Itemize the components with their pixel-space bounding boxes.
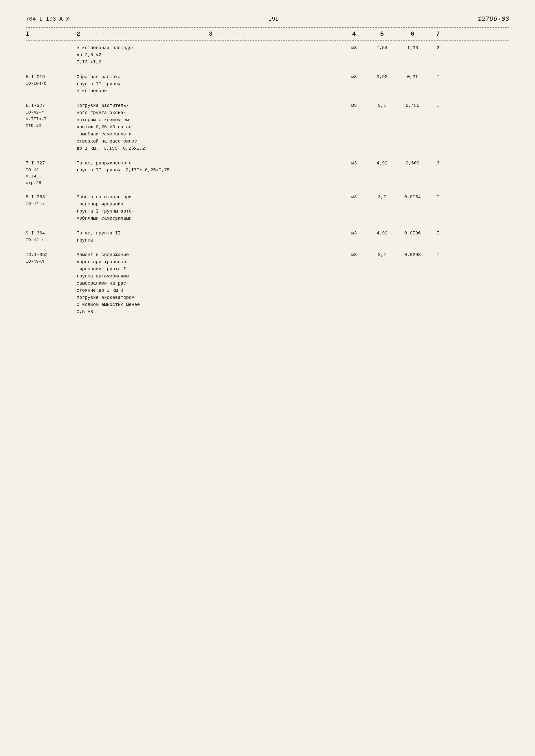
table-row: 6.I-327 IO-42-г ц.IIIч.I стр.28 Погрузка… — [26, 102, 509, 152]
row-val1: 0,92 — [367, 73, 397, 80]
row-num-sub2: ц.IIIч.I — [26, 116, 77, 123]
row-num-main: 8.I-363 — [26, 194, 77, 201]
row-num: 8.I-363 IO-44-в — [26, 194, 77, 207]
row-unit: м3 — [341, 44, 367, 51]
row-desc-2: транспортировании — [77, 201, 341, 208]
row-val2: I,36 — [397, 44, 428, 51]
row-val1: 4,92 — [367, 230, 397, 237]
row-val3: I — [428, 194, 448, 201]
row-unit: м3 — [341, 160, 367, 167]
row-num: 9.I-364 IO-44-x — [26, 230, 77, 243]
row-last-line: до I км. 0,I55+ 0,25хI,2 — [77, 145, 341, 152]
row-desc-4: костью 0,25 м3 на ав- — [77, 124, 341, 131]
row-desc-formula: Погрузка раститель- ного грунта экска- в… — [77, 102, 341, 152]
row-desc-4: группы автомобилями — [77, 273, 341, 280]
table-row: 7.I-327 IO-42-г п.Iч.I стр.28 То же, раз… — [26, 160, 509, 186]
row-desc-inline: То же, грунта II — [77, 230, 341, 237]
header-left: 704-I-I03 А-У — [26, 16, 70, 22]
row-desc-6: отвозкой на расстояние — [77, 138, 341, 145]
row-val1: 3,I — [367, 251, 397, 258]
row-unit: м3 — [341, 230, 367, 237]
row-desc-formula: Работа на отвале при транспортировании г… — [77, 194, 341, 222]
header-divider — [26, 40, 509, 41]
row-desc-2: грунта II группы — [77, 167, 121, 174]
row-num: 6.I-327 IO-42-г ц.IIIч.I стр.28 — [26, 102, 77, 129]
row-val1: 3,I — [367, 194, 397, 201]
row-val3: 3 — [428, 160, 448, 167]
row-desc-2: ного грунта экска- — [77, 109, 341, 117]
table-row: 5.I-0I9 IO-I04-б Обратная засыпка грунта… — [26, 73, 509, 95]
row-desc: Обратная засыпка — [77, 73, 341, 81]
row-formula: I,I3 хI,2 — [77, 59, 341, 66]
row-unit: м3 — [341, 73, 367, 80]
row-num: 7.I-327 IO-42-г п.Iч.I стр.28 — [26, 160, 77, 186]
row-unit: м3 — [341, 251, 367, 258]
col-header-5: 5 — [367, 31, 397, 38]
row-desc: То же, разрыхленного — [77, 160, 341, 167]
row-unit: м3 — [341, 102, 367, 109]
row-desc-formula: в котлованах площадью до 2,5 м2 I,I3 хI,… — [77, 44, 341, 66]
page-wrapper: 704-I-I03 А-У - I9I - 12796·03 I 2 -----… — [26, 15, 509, 315]
row-val3: I — [428, 102, 448, 109]
col-header-3: 3 ------- — [209, 31, 341, 38]
row-desc-2: группы — [77, 237, 341, 244]
row-num-main: 5.I-0I9 — [26, 73, 77, 80]
row-desc-2: дорог при транспор- — [77, 259, 341, 266]
row-desc-3: грунта I группы авто- — [77, 208, 341, 215]
row-num-sub: IO-I04-б — [26, 80, 77, 87]
row-num-main: IO.I-352 — [26, 251, 77, 258]
row-val2: 0,0I96 — [397, 230, 428, 237]
col-header-1: I — [26, 31, 77, 38]
row-desc-1: Ремонт и содержание — [77, 251, 341, 259]
row-desc-3: тировании грунта I — [77, 266, 341, 273]
row-val3: 2 — [428, 44, 448, 51]
table-row: IO.I-352 IO-43-л Ремонт и содержание дор… — [26, 251, 509, 315]
row-desc-3: в котловане — [77, 88, 341, 95]
row-num: IO.I-352 IO-43-л — [26, 251, 77, 265]
row-desc: Погрузка раститель- — [77, 102, 341, 109]
row-formula: 0,I7I+ 0,25хI,75 — [126, 167, 170, 174]
table-row: 8.I-363 IO-44-в Работа на отвале при тра… — [26, 194, 509, 222]
col-header-4: 4 — [341, 31, 367, 38]
row-num-sub: IO-44-в — [26, 201, 77, 207]
row-desc: То же, грунта II — [77, 230, 121, 237]
row-val3: I — [428, 230, 448, 237]
row-val2: 0,609 — [397, 160, 428, 167]
col-header-6: 6 — [397, 31, 428, 38]
row-desc-2: грунта II группы — [77, 81, 341, 88]
row-val1: 4,92 — [367, 160, 397, 167]
row-desc-6: стояние до I км и — [77, 287, 341, 294]
row-desc-formula: Обратная засыпка грунта II группы в котл… — [77, 73, 341, 95]
row-desc-formula: Ремонт и содержание дорог при транспор- … — [77, 251, 341, 315]
row-num-sub2: п.Iч.I — [26, 173, 77, 180]
row-desc-2: до 2,5 м2 — [77, 52, 341, 59]
row-val1: 3,I — [367, 102, 397, 109]
row-num-sub: IO-43-л — [26, 258, 77, 265]
row-formula: 0,I55+ 0,25хI,2 — [103, 145, 145, 152]
row-desc-formula-line: грунта II группы 0,I7I+ 0,25хI,75 — [77, 167, 341, 174]
page-header: 704-I-I03 А-У - I9I - 12796·03 — [26, 15, 509, 23]
row-val2: 0,3I — [397, 73, 428, 80]
column-header-row: I 2 -------- 3 ------- 4 5 6 7 — [26, 31, 509, 38]
row-desc-7: погрузке экскаватором — [77, 294, 341, 301]
row-val2: 0,455 — [397, 102, 428, 109]
row-desc-8: с ковшом емкостью менее — [77, 301, 341, 309]
row-num-main: 7.I-327 — [26, 160, 77, 167]
row-desc-5: самосвалами на рас- — [77, 280, 341, 287]
row-val3: I — [428, 251, 448, 258]
row-desc-4: мобилями самосвалами — [77, 215, 341, 222]
row-desc-formula: То же, разрыхленного грунта II группы 0,… — [77, 160, 341, 174]
row-num-main: 9.I-364 — [26, 230, 77, 237]
row-desc-formula: То же, грунта II группы — [77, 230, 341, 244]
row-desc-7: до I км. — [77, 145, 99, 152]
row-num-sub: IO-44-x — [26, 237, 77, 243]
row-desc-5: томобили самосвалы и — [77, 131, 341, 138]
col-header-7: 7 — [428, 31, 448, 38]
row-num-sub3: стр.28 — [26, 180, 77, 186]
row-num-sub: IO-42-г — [26, 109, 77, 116]
row-num: 5.I-0I9 IO-I04-б — [26, 73, 77, 87]
row-num-sub3: стр.28 — [26, 122, 77, 129]
row-num-main: 6.I-327 — [26, 102, 77, 109]
table-row: в котлованах площадью до 2,5 м2 I,I3 хI,… — [26, 44, 509, 66]
header-right: 12796·03 — [477, 15, 509, 23]
